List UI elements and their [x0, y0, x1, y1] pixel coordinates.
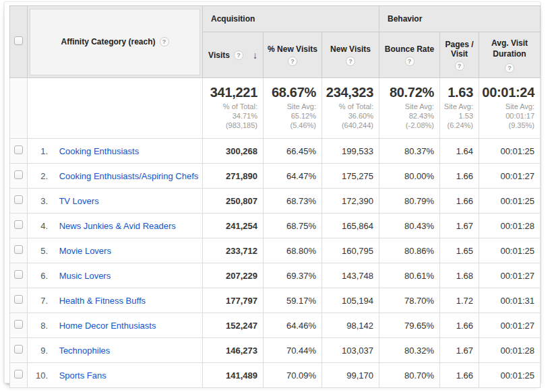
row-checkbox-cell	[10, 363, 28, 388]
column-header-bounce-rate[interactable]: Bounce Rate ?	[379, 32, 440, 78]
summary-subtext: Site Avg: 1.53 (6.24%)	[441, 102, 473, 130]
bounce-rate-cell: 80.43%	[379, 214, 440, 238]
summary-pct-new-visits: 68.67% Site Avg: 65.12% (5.46%)	[264, 78, 322, 139]
category-link[interactable]: News Junkies & Avid Readers	[59, 221, 176, 231]
column-header-pct-new-visits[interactable]: % New Visits ?	[264, 32, 322, 78]
column-label: % New Visits	[268, 44, 317, 54]
table-row: 4. News Junkies & Avid Readers 241,254 6…	[10, 214, 541, 238]
summary-value: 00:01:24	[481, 85, 534, 100]
column-header-avg-visit-duration[interactable]: Avg. Visit Duration ?	[479, 32, 541, 78]
summary-value: 80.72%	[381, 85, 434, 100]
help-icon[interactable]: ?	[455, 61, 464, 71]
new-visits-cell: 143,748	[322, 263, 379, 288]
column-label: New Visits	[330, 44, 371, 54]
column-header-new-visits[interactable]: New Visits ?	[322, 32, 379, 78]
new-visits-cell: 175,275	[322, 164, 379, 189]
category-link[interactable]: Cooking Enthusiasts	[59, 146, 140, 156]
row-rank: 4.	[30, 221, 48, 231]
new-visits-cell: 160,795	[322, 238, 379, 263]
select-all-checkbox[interactable]	[14, 36, 23, 45]
row-checkbox[interactable]	[14, 295, 23, 304]
row-checkbox[interactable]	[14, 170, 23, 179]
pct-new-visits-cell: 70.09%	[264, 363, 322, 388]
row-rank: 2.	[30, 171, 48, 181]
row-checkbox[interactable]	[14, 145, 23, 154]
pct-new-visits-cell: 66.45%	[264, 139, 322, 164]
table-row: 6. Music Lovers 207,229 69.37% 143,748 8…	[10, 263, 541, 288]
category-cell: 10. Sports Fans	[28, 363, 203, 388]
category-link[interactable]: Cooking Enthusiasts/Aspiring Chefs	[59, 171, 199, 181]
row-rank: 10.	[30, 370, 48, 381]
avg-visit-duration-cell: 00:01:28	[479, 214, 541, 238]
row-checkbox[interactable]	[14, 220, 23, 229]
summary-value: 234,323	[324, 85, 373, 100]
summary-row: 341,221 % of Total: 34.71% (983,185) 68.…	[10, 78, 541, 139]
row-checkbox-cell	[10, 313, 28, 338]
pages-visit-cell: 1.67	[440, 338, 479, 363]
summary-dimension-cell	[28, 78, 203, 139]
row-checkbox[interactable]	[14, 345, 23, 354]
help-icon[interactable]: ?	[288, 57, 297, 66]
row-checkbox[interactable]	[14, 245, 23, 254]
column-label: Visits	[208, 50, 230, 61]
row-checkbox-cell	[10, 288, 28, 313]
row-checkbox[interactable]	[14, 320, 23, 329]
dimension-header[interactable]: Affinity Category (reach) ?	[30, 9, 200, 75]
dimension-header-cell: Affinity Category (reach) ?	[28, 6, 203, 78]
sort-descending-icon: ↓	[253, 50, 257, 61]
pct-new-visits-cell: 64.46%	[264, 313, 322, 338]
table-row: 3. TV Lovers 250,807 68.73% 172,390 80.7…	[10, 189, 541, 214]
row-checkbox-cell	[10, 139, 28, 164]
row-checkbox[interactable]	[14, 270, 23, 279]
column-header-pages-visit[interactable]: Pages / Visit ?	[440, 32, 479, 78]
row-checkbox-cell	[10, 338, 28, 363]
category-link[interactable]: TV Lovers	[59, 196, 98, 206]
table-row: 8. Home Decor Enthusiasts 152,247 64.46%…	[10, 313, 541, 338]
row-checkbox[interactable]	[14, 195, 23, 204]
summary-new-visits: 234,323 % of Total: 36.60% (640,244)	[322, 78, 379, 139]
bounce-rate-cell: 80.37%	[379, 139, 440, 164]
pct-new-visits-cell: 64.47%	[264, 164, 322, 189]
row-checkbox-cell	[10, 238, 28, 263]
visits-cell: 300,268	[203, 139, 264, 164]
dimension-header-label: Affinity Category (reach)	[61, 37, 155, 46]
category-cell: 9. Technophiles	[28, 338, 203, 363]
help-icon[interactable]: ?	[505, 63, 514, 73]
summary-value: 1.63	[441, 85, 473, 100]
row-rank: 6.	[30, 271, 48, 281]
summary-subtext: Site Avg: 82.43% (-2.08%)	[381, 102, 434, 130]
row-checkbox-cell	[10, 263, 28, 288]
visits-cell: 152,247	[203, 313, 264, 338]
category-link[interactable]: Technophiles	[59, 346, 110, 356]
summary-bounce-rate: 80.72% Site Avg: 82.43% (-2.08%)	[379, 78, 440, 139]
visits-cell: 233,712	[203, 238, 264, 263]
summary-value: 68.67%	[265, 85, 316, 100]
column-label: Bounce Rate	[385, 44, 434, 54]
column-header-visits[interactable]: Visits ? ↓	[203, 32, 264, 78]
group-label: Acquisition	[211, 14, 255, 24]
pages-visit-cell: 1.64	[440, 139, 479, 164]
row-rank: 1.	[30, 146, 48, 156]
category-link[interactable]: Home Decor Enthusiasts	[59, 321, 156, 331]
category-link[interactable]: Movie Lovers	[59, 246, 111, 256]
select-all-header-cell	[10, 6, 28, 78]
bounce-rate-cell: 80.00%	[379, 164, 440, 189]
pct-new-visits-cell: 68.75%	[264, 214, 322, 238]
summary-subtext: % of Total: 34.71% (983,185)	[204, 102, 257, 130]
category-cell: 6. Music Lovers	[28, 263, 203, 288]
category-cell: 5. Movie Lovers	[28, 238, 203, 263]
row-rank: 9.	[30, 346, 48, 356]
bounce-rate-cell: 80.61%	[379, 263, 440, 288]
summary-value: 341,221	[204, 85, 257, 100]
help-icon[interactable]: ?	[160, 37, 169, 46]
help-icon[interactable]: ?	[234, 51, 243, 60]
category-link[interactable]: Sports Fans	[59, 370, 106, 381]
avg-visit-duration-cell: 00:01:31	[479, 288, 541, 313]
bounce-rate-cell: 80.32%	[379, 338, 440, 363]
category-link[interactable]: Music Lovers	[59, 271, 111, 281]
row-checkbox[interactable]	[14, 370, 23, 379]
help-icon[interactable]: ?	[346, 57, 355, 66]
category-cell: 3. TV Lovers	[28, 189, 203, 214]
category-link[interactable]: Health & Fitness Buffs	[59, 296, 146, 306]
help-icon[interactable]: ?	[405, 57, 415, 66]
